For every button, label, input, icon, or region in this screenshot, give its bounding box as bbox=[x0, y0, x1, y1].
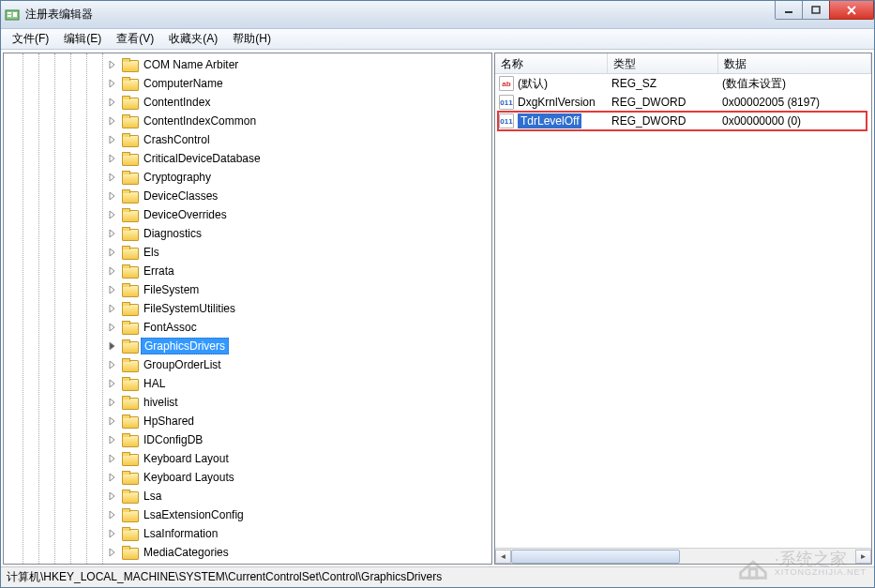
folder-icon bbox=[122, 396, 137, 409]
expander-icon[interactable] bbox=[107, 397, 118, 408]
expander-icon[interactable] bbox=[107, 97, 118, 108]
folder-icon bbox=[122, 527, 137, 540]
expander-icon[interactable] bbox=[107, 247, 118, 258]
expander-icon[interactable] bbox=[107, 415, 118, 427]
value-row[interactable]: 011TdrLevelOffREG_DWORD0x00000000 (0) bbox=[495, 112, 871, 130]
tree-item[interactable]: CriticalDeviceDatabase bbox=[4, 149, 491, 168]
expander-icon[interactable] bbox=[107, 284, 118, 295]
tree-item[interactable]: LsaInformation bbox=[4, 524, 491, 543]
tree-item-label: Keyboard Layout bbox=[141, 451, 232, 466]
expander-icon[interactable] bbox=[107, 134, 118, 145]
scroll-left-arrow[interactable]: ◄ bbox=[495, 550, 511, 564]
tree-item[interactable]: MediaCategories bbox=[4, 543, 491, 562]
tree-item[interactable]: HAL bbox=[4, 374, 491, 393]
window-title: 注册表编辑器 bbox=[25, 7, 93, 23]
values-body[interactable]: ab(默认)REG_SZ(数值未设置)011DxgKrnlVersionREG_… bbox=[495, 74, 871, 548]
expander-icon[interactable] bbox=[107, 509, 118, 520]
minimize-button[interactable] bbox=[775, 1, 803, 20]
tree-item[interactable]: GroupOrderList bbox=[4, 355, 491, 374]
tree-item[interactable]: DeviceClasses bbox=[4, 187, 491, 205]
expander-icon[interactable] bbox=[107, 115, 118, 127]
value-name-cell: ab(默认) bbox=[495, 74, 608, 94]
folder-icon bbox=[122, 377, 137, 390]
expander-icon[interactable] bbox=[107, 265, 118, 277]
tree-item-label: FontAssoc bbox=[141, 320, 200, 335]
menu-help[interactable]: 帮助(H) bbox=[225, 29, 279, 49]
column-header-name[interactable]: 名称 bbox=[495, 53, 608, 73]
expander-icon[interactable] bbox=[107, 359, 118, 370]
column-header-data[interactable]: 数据 bbox=[718, 53, 871, 73]
expander-icon[interactable] bbox=[107, 472, 118, 483]
folder-icon bbox=[122, 433, 137, 446]
expander-icon[interactable] bbox=[107, 528, 118, 539]
tree-item-label: GroupOrderList bbox=[141, 357, 224, 372]
expander-icon[interactable] bbox=[107, 434, 118, 445]
column-header-type[interactable]: 类型 bbox=[608, 53, 718, 73]
tree-item[interactable]: IDConfigDB bbox=[4, 430, 491, 449]
scroll-thumb[interactable] bbox=[511, 550, 680, 564]
tree-item[interactable]: Diagnostics bbox=[4, 224, 491, 243]
value-name: TdrLevelOff bbox=[518, 113, 581, 128]
expander-icon[interactable] bbox=[107, 322, 118, 333]
tree-item[interactable]: Lsa bbox=[4, 487, 491, 505]
expander-icon[interactable] bbox=[107, 303, 118, 314]
tree-item[interactable]: FileSystem bbox=[4, 280, 491, 299]
value-data: 0x00000000 (0) bbox=[718, 113, 871, 129]
status-path: 计算机\HKEY_LOCAL_MACHINE\SYSTEM\CurrentCon… bbox=[7, 569, 442, 585]
folder-icon bbox=[122, 152, 137, 165]
tree-item[interactable]: Keyboard Layouts bbox=[4, 468, 491, 487]
menubar: 文件(F) 编辑(E) 查看(V) 收藏夹(A) 帮助(H) bbox=[1, 29, 874, 50]
value-name-cell: 011DxgKrnlVersion bbox=[495, 93, 608, 112]
close-button[interactable] bbox=[829, 1, 874, 20]
expander-icon[interactable] bbox=[107, 490, 118, 502]
tree-item-label: IDConfigDB bbox=[141, 432, 205, 447]
tree-item-label: DeviceOverrides bbox=[141, 207, 230, 222]
folder-icon bbox=[122, 114, 137, 128]
tree-item[interactable]: FileSystemUtilities bbox=[4, 299, 491, 318]
scroll-right-arrow[interactable]: ► bbox=[855, 550, 871, 564]
tree-item[interactable]: Cryptography bbox=[4, 168, 491, 187]
menu-edit[interactable]: 编辑(E) bbox=[56, 29, 109, 49]
tree-pane[interactable]: COM Name ArbiterComputerNameContentIndex… bbox=[3, 53, 492, 565]
expander-icon[interactable] bbox=[107, 78, 118, 89]
scroll-track[interactable] bbox=[511, 550, 855, 564]
tree-item[interactable]: COM Name Arbiter bbox=[4, 55, 491, 74]
tree-item[interactable]: ComputerName bbox=[4, 74, 491, 93]
expander-icon[interactable] bbox=[107, 59, 118, 70]
expander-icon[interactable] bbox=[107, 340, 118, 352]
horizontal-scrollbar[interactable]: ◄ ► bbox=[495, 548, 871, 564]
folder-icon bbox=[122, 189, 137, 203]
value-row[interactable]: ab(默认)REG_SZ(数值未设置) bbox=[495, 74, 871, 93]
expander-icon[interactable] bbox=[107, 172, 118, 183]
expander-icon[interactable] bbox=[107, 228, 118, 239]
expander-icon[interactable] bbox=[107, 547, 118, 558]
folder-icon bbox=[122, 302, 137, 315]
tree-item[interactable]: GraphicsDrivers bbox=[4, 337, 491, 355]
folder-icon bbox=[122, 490, 137, 503]
tree-item-label: Els bbox=[141, 245, 162, 260]
expander-icon[interactable] bbox=[107, 453, 118, 464]
tree-item[interactable]: DeviceOverrides bbox=[4, 205, 491, 224]
tree-item[interactable]: HpShared bbox=[4, 412, 491, 430]
value-row[interactable]: 011DxgKrnlVersionREG_DWORD0x00002005 (81… bbox=[495, 93, 871, 112]
maximize-button[interactable] bbox=[802, 1, 830, 20]
menu-view[interactable]: 查看(V) bbox=[109, 29, 161, 49]
tree-item[interactable]: Els bbox=[4, 243, 491, 262]
expander-icon[interactable] bbox=[107, 378, 118, 389]
regedit-icon bbox=[5, 8, 20, 23]
tree-item[interactable]: ContentIndex bbox=[4, 93, 491, 112]
menu-file[interactable]: 文件(F) bbox=[5, 29, 56, 49]
expander-icon[interactable] bbox=[107, 209, 118, 220]
tree-item[interactable]: Keyboard Layout bbox=[4, 449, 491, 468]
expander-icon[interactable] bbox=[107, 190, 118, 202]
tree-item[interactable]: LsaExtensionConfig bbox=[4, 505, 491, 524]
tree-item[interactable]: CrashControl bbox=[4, 130, 491, 149]
tree-item[interactable]: ContentIndexCommon bbox=[4, 112, 491, 130]
menu-favorites[interactable]: 收藏夹(A) bbox=[161, 29, 225, 49]
tree-item[interactable]: Errata bbox=[4, 262, 491, 280]
titlebar: 注册表编辑器 bbox=[1, 1, 874, 29]
tree-item[interactable]: FontAssoc bbox=[4, 318, 491, 337]
folder-icon bbox=[122, 208, 137, 221]
tree-item[interactable]: hivelist bbox=[4, 393, 491, 412]
expander-icon[interactable] bbox=[107, 153, 118, 164]
